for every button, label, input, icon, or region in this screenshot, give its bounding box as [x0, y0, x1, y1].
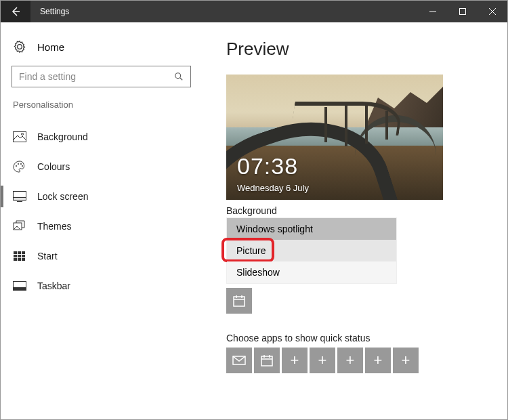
nav-label: Lock screen [37, 191, 88, 202]
svg-rect-13 [14, 198, 26, 201]
close-button[interactable] [478, 1, 507, 22]
lock-screen-icon [13, 190, 26, 203]
svg-rect-18 [22, 251, 25, 254]
lock-screen-preview: 07:38 Wednesday 6 July [226, 75, 443, 200]
quick-status-add-5[interactable]: + [393, 348, 419, 373]
nav-label: Background [37, 131, 88, 142]
nav-label: Taskbar [37, 280, 70, 291]
preview-heading: Preview [226, 39, 494, 60]
palette-icon [13, 160, 26, 173]
svg-rect-32 [261, 356, 272, 366]
svg-rect-22 [14, 258, 17, 261]
nav-label: Colours [37, 161, 70, 172]
plus-icon: + [291, 352, 299, 369]
plus-icon: + [374, 352, 383, 369]
quick-status-add-1[interactable]: + [282, 348, 308, 373]
option-label: Windows spotlight [236, 224, 313, 234]
svg-point-7 [22, 133, 24, 135]
dropdown-option-spotlight[interactable]: Windows spotlight [227, 218, 396, 240]
taskbar-icon [13, 279, 26, 293]
nav-label: Start [37, 251, 58, 261]
quick-status-add-4[interactable]: + [365, 348, 391, 373]
preview-date: Wednesday 6 July [237, 183, 309, 193]
option-label: Picture [236, 245, 266, 256]
background-dropdown[interactable]: Windows spotlight Picture Slideshow [226, 217, 397, 284]
gear-icon [13, 40, 26, 54]
minimize-button[interactable] [418, 1, 448, 22]
quick-status-row: + + + + + [226, 348, 494, 373]
section-heading: Personalisation [9, 100, 194, 122]
window-controls [418, 1, 507, 22]
svg-rect-1 [460, 9, 466, 15]
svg-rect-21 [22, 255, 25, 257]
sidebar-item-lock-screen[interactable]: Lock screen [9, 182, 194, 211]
nav-label: Themes [37, 221, 72, 232]
sidebar-item-start[interactable]: Start [9, 241, 194, 271]
calendar-icon [232, 294, 246, 308]
svg-rect-23 [18, 258, 21, 261]
maximize-button[interactable] [448, 1, 478, 22]
svg-rect-17 [18, 251, 21, 254]
plus-icon: + [346, 352, 355, 369]
detailed-status-app-button[interactable] [226, 288, 252, 314]
mail-icon [232, 356, 246, 365]
titlebar: Settings [1, 1, 507, 22]
svg-point-4 [175, 73, 181, 79]
background-label: Background [226, 205, 494, 216]
svg-point-10 [20, 163, 22, 165]
search-icon [174, 72, 184, 81]
svg-line-5 [180, 78, 183, 81]
sidebar-item-colours[interactable]: Colours [9, 152, 194, 182]
plus-icon: + [318, 352, 327, 369]
quick-status-add-3[interactable]: + [337, 348, 363, 373]
svg-rect-27 [234, 297, 245, 306]
sidebar-item-taskbar[interactable]: Taskbar [9, 271, 194, 301]
themes-icon [13, 219, 26, 233]
svg-rect-20 [18, 255, 21, 257]
svg-rect-6 [14, 132, 26, 142]
quick-status-add-2[interactable]: + [310, 348, 335, 373]
quick-status-label: Choose apps to show quick status [226, 333, 494, 343]
home-label: Home [37, 41, 64, 53]
quick-status-app-mail[interactable] [226, 348, 252, 373]
dropdown-option-slideshow[interactable]: Slideshow [227, 261, 396, 283]
sidebar-item-themes[interactable]: Themes [9, 211, 194, 241]
svg-point-8 [16, 165, 17, 167]
svg-point-11 [22, 165, 23, 167]
preview-time: 07:38 [237, 153, 298, 180]
start-icon [13, 249, 26, 263]
window-title: Settings [40, 7, 418, 16]
quick-status-app-calendar[interactable] [254, 348, 280, 373]
calendar-icon [260, 354, 274, 367]
main-panel: Preview 07:38 Wednesday 6 July Backgroun… [202, 22, 507, 419]
home-button[interactable]: Home [9, 36, 194, 66]
sidebar: Home Find a setting Personalisation Back… [1, 22, 202, 419]
svg-rect-24 [22, 258, 25, 261]
detailed-status-row [226, 288, 494, 314]
svg-rect-26 [14, 287, 26, 291]
option-label: Slideshow [236, 267, 280, 278]
svg-point-9 [18, 163, 19, 165]
dropdown-option-picture[interactable]: Picture [227, 240, 396, 261]
sidebar-item-background[interactable]: Background [9, 122, 194, 152]
arrow-left-icon [10, 6, 21, 17]
search-input[interactable]: Find a setting [12, 66, 191, 87]
search-placeholder: Find a setting [19, 71, 76, 82]
back-button[interactable] [1, 1, 30, 22]
plus-icon: + [402, 352, 410, 369]
svg-rect-16 [14, 251, 17, 254]
svg-rect-19 [14, 255, 17, 257]
picture-icon [13, 130, 26, 144]
